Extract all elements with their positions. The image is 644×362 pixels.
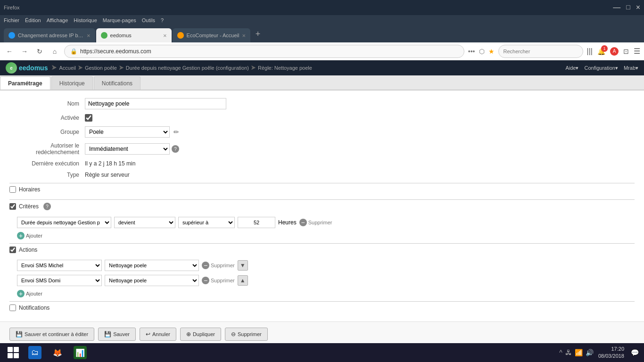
criteria-remove-btn[interactable]: − Supprimer [299,219,332,226]
reader-icon[interactable]: ⊡ [623,48,629,55]
menu-fichier[interactable]: Fichier [4,17,19,23]
maximize-btn[interactable]: □ [626,3,630,12]
action-add-icon: + [17,290,25,297]
pocket-icon[interactable]: ⬡ [479,48,485,55]
start-button[interactable] [4,344,23,346]
menu-outils[interactable]: Outils [142,17,155,23]
url-bar[interactable]: 🔒 https://secure.eedomus.com [64,45,464,58]
close-btn[interactable]: × [636,3,640,12]
action-row-1: Envoi SMS Domi Nettoyage poele − Supprim… [17,275,627,286]
criteres-section: Critères ? [9,199,635,213]
autoriser-help-icon[interactable]: ? [172,145,179,153]
criteria-device-select[interactable]: Durée depuis nettoyage Gestion p [17,217,111,228]
taskbar-app-firefox[interactable]: 🦊 [47,344,68,346]
header-right: Aide▾ Configuration▾ Mrab▾ [565,65,638,71]
tab-notifications[interactable]: Notifications [94,76,140,90]
notification-icon[interactable]: 🔔 1 [597,48,605,55]
taskbar-app-excel[interactable]: 📊 [70,344,91,346]
breadcrumb: ⮞ Accueil ⮞ Gestion poêle ⮞ Durée depuis… [51,65,561,71]
action-message-select-0[interactable]: Nettoyage poele [105,260,199,271]
cancel-icon: ↩ [146,331,150,337]
criteria-row-0: Durée depuis nettoyage Gestion p devient… [17,217,627,228]
action-type-select-1[interactable]: Envoi SMS Domi [17,275,102,286]
tab-parametrage[interactable]: Paramétrage [0,76,50,90]
adblock-icon[interactable]: A [610,47,619,56]
library-icon[interactable]: ||| [587,47,593,56]
nom-input[interactable] [85,98,226,109]
tab-historique[interactable]: Historique [51,76,93,90]
app-header: e eedomus ⮞ Accueil ⮞ Gestion poêle ⮞ Du… [0,60,644,75]
cancel-btn[interactable]: ↩ Annuler [140,328,176,341]
action-add-btn[interactable]: + Ajouter [17,290,42,297]
breadcrumb-sep-1: ⮞ [78,65,83,71]
action-remove-btn-1[interactable]: − Supprimer [202,277,235,284]
criteria-add-btn[interactable]: + Ajouter [17,232,42,239]
config-btn[interactable]: Configuration▾ [585,65,618,71]
criteria-value-input[interactable] [238,217,275,228]
actions-checkbox[interactable] [9,247,16,253]
taskbar-app-explorer[interactable]: 🗂 [25,344,45,346]
action-remove-btn-0[interactable]: − Supprimer [202,262,235,269]
notifications-checkbox[interactable] [9,304,16,311]
menu-marque-pages[interactable]: Marque-pages [103,17,136,23]
action-move-up-btn-1[interactable]: ▲ [238,275,248,286]
action-type-select-0[interactable]: Envoi SMS Michel [17,260,102,271]
tab-0[interactable]: Changement adresse IP box ee... × [4,28,95,42]
tab-close-2[interactable]: × [242,33,246,39]
new-tab-btn[interactable]: + [251,27,264,41]
tab-favicon-1 [101,32,107,39]
groupe-label: Groupe [9,129,85,135]
forward-btn[interactable]: → [19,46,30,57]
duplicate-btn[interactable]: ⊕ Dupliquer [180,328,221,341]
breadcrumb-gestion[interactable]: Gestion poêle [85,65,117,71]
bookmark-icon[interactable]: ★ [488,48,495,55]
action-remove-icon-1: − [202,277,209,284]
actions-label: Actions [19,247,37,253]
criteria-operator-select[interactable]: supérieur à [178,217,235,228]
tab-2[interactable]: EcoCompteur - Accueil × [173,28,250,42]
horaires-checkbox[interactable] [9,186,16,193]
ellipsis-icon[interactable]: ••• [468,48,475,55]
back-btn[interactable]: ← [4,46,15,57]
criteria-condition-select[interactable]: devient [114,217,175,228]
breadcrumb-accueil[interactable]: Accueil [59,65,75,71]
type-label: Type [9,172,85,178]
user-btn[interactable]: Mrab▾ [624,65,638,71]
address-bar-container: ← → ↻ ⌂ 🔒 https://secure.eedomus.com •••… [0,42,644,60]
menu-affichage[interactable]: Affichage [47,17,68,23]
menu-edition[interactable]: Édition [25,17,41,23]
action-message-select-1[interactable]: Nettoyage poele [105,275,199,286]
delete-btn[interactable]: ⊖ Supprimer [225,328,268,341]
aide-btn[interactable]: Aide▾ [565,65,578,71]
minimize-btn[interactable]: — [613,3,620,12]
tab-close-1[interactable]: × [163,33,167,39]
menu-historique[interactable]: Historique [74,17,97,23]
menu-bar: Fichier Édition Affichage Historique Mar… [0,15,644,25]
save-btn[interactable]: 💾 Sauver [98,328,136,341]
save-continue-btn[interactable]: 💾 Sauver et continuer à éditer [9,328,94,341]
groupe-select[interactable]: Poele [85,126,170,138]
action-remove-icon-0: − [202,262,209,269]
autoriser-select[interactable]: Immédiatement [85,143,170,155]
menu-aide[interactable]: ? [161,17,164,23]
notifications-label: Notifications [19,304,50,311]
criteres-help-icon[interactable]: ? [43,203,51,210]
notif-badge: 1 [601,45,608,52]
home-btn[interactable]: ⌂ [49,46,60,57]
address-right: ••• ⬡ ★ [468,48,495,55]
action-move-down-btn-0[interactable]: ▼ [238,260,248,271]
groupe-edit-icon[interactable]: ✏ [173,128,179,136]
menu-icon[interactable]: ☰ [634,47,640,56]
refresh-btn[interactable]: ↻ [34,46,45,57]
tab-close-0[interactable]: × [87,33,91,39]
autoriser-label: Autoriser le redéclenchement [9,142,85,156]
type-row: Type Règle sur serveur [9,172,635,178]
breadcrumb-duree[interactable]: Durée depuis nettoyage Gestion poêle (co… [126,65,249,71]
tab-1[interactable]: eedomus × [96,28,172,42]
criteria-remove-icon: − [299,219,307,226]
breadcrumb-sep-0: ⮞ [51,65,57,71]
activee-checkbox[interactable] [85,114,92,122]
search-input[interactable] [498,45,583,58]
criteres-checkbox[interactable] [9,203,16,210]
breadcrumb-regle[interactable]: Règle: Nettoyage poele [258,65,312,71]
